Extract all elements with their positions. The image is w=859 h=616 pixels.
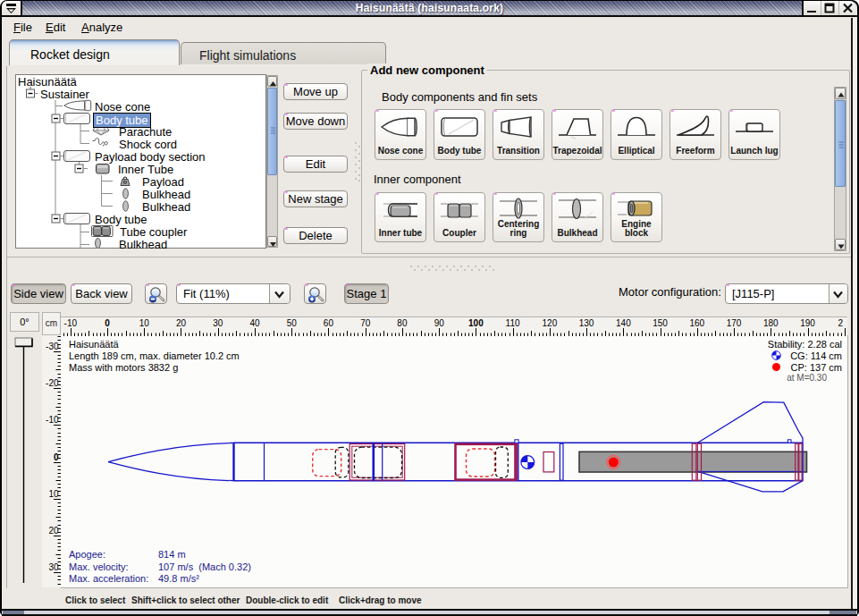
svg-text:10: 10 (139, 318, 150, 328)
svg-text:0: 0 (54, 452, 59, 462)
svg-text:170: 170 (727, 318, 742, 328)
svg-text:80: 80 (397, 318, 408, 328)
svg-text:40: 40 (249, 318, 260, 328)
svg-text:130: 130 (579, 318, 594, 328)
svg-text:50: 50 (287, 318, 298, 328)
svg-text:160: 160 (689, 318, 704, 328)
svg-text:30: 30 (213, 318, 223, 328)
svg-text:-30: -30 (46, 342, 59, 351)
svg-text:150: 150 (653, 318, 668, 328)
svg-text:2: 2 (838, 318, 844, 328)
svg-text:60: 60 (324, 318, 334, 328)
svg-text:100: 100 (468, 318, 484, 328)
svg-text:70: 70 (360, 318, 371, 328)
svg-text:0: 0 (105, 318, 110, 328)
svg-text:120: 120 (543, 318, 558, 328)
svg-text:10: 10 (48, 489, 59, 499)
svg-text:140: 140 (616, 318, 631, 328)
svg-text:190: 190 (800, 318, 815, 328)
svg-text:-10: -10 (46, 415, 59, 425)
svg-text:-20: -20 (46, 378, 59, 388)
svg-text:90: 90 (434, 318, 445, 328)
svg-text:30: 30 (48, 562, 59, 572)
svg-text:20: 20 (48, 526, 59, 536)
svg-text:-10: -10 (64, 318, 78, 328)
svg-text:110: 110 (506, 318, 520, 328)
svg-text:20: 20 (176, 318, 187, 328)
svg-text:180: 180 (763, 318, 779, 328)
